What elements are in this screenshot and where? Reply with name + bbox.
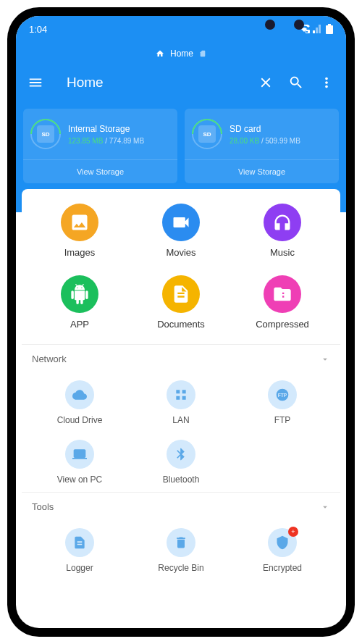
home-icon [156,49,164,58]
page-title: Home [67,75,243,91]
pc-icon [72,447,87,461]
sd-chip-icon: SD [198,125,216,143]
network-cloud-drive[interactable]: Cloud Drive [29,380,130,425]
network-label: FTP [274,415,291,425]
menu-icon[interactable] [28,75,43,91]
recycle-icon [174,535,188,550]
network-label: LAN [172,415,189,425]
storage-cards: SD Internal Storage 123.85 MB / 774.89 M… [16,100,346,183]
images-icon [70,212,90,233]
section-title: Network [32,354,67,364]
documents-icon [171,284,191,304]
storage-size: 123.85 MB / 774.89 MB [68,137,170,145]
shield-icon [275,535,290,550]
chevron-down-icon [320,354,330,364]
category-documents[interactable]: Documents [130,275,232,330]
cloud-icon [72,388,87,402]
wifi-icon [298,25,310,33]
plus-badge: + [288,527,298,537]
sd-icon [199,49,206,58]
category-label: Movies [166,247,195,258]
network-bluetooth[interactable]: Bluetooth [130,440,232,485]
logger-icon [72,535,87,550]
music-icon [272,212,292,233]
close-icon[interactable] [258,75,274,91]
status-icons [298,24,333,34]
storage-card-sd[interactable]: SD SD card 28.00 KB / 509.99 MB View Sto… [185,109,339,183]
network-label: Bluetooth [163,474,200,485]
breadcrumb-label: Home [170,49,193,59]
search-icon[interactable] [288,75,304,91]
network-ftp[interactable]: FTP FTP [232,380,333,425]
category-images[interactable]: Images [29,204,130,258]
network-lan[interactable]: LAN [130,380,232,425]
section-title: Tools [32,501,54,512]
tools-recycle-bin[interactable]: Recycle Bin [130,528,232,573]
phone-frame: 1:04 Home Home SD Internal Storage 123.8… [7,7,355,637]
category-label: APP [70,319,89,330]
bluetooth-icon [174,447,188,461]
category-grid: Images Movies Music APP Documents Compre… [22,189,340,344]
storage-ring-icon: SD [30,119,61,149]
tools-label: Encrypted [263,563,302,573]
content-panel: Images Movies Music APP Documents Compre… [22,189,340,587]
toolbar: Home [16,65,346,100]
section-tools-header[interactable]: Tools [22,492,340,521]
svg-text:FTP: FTP [278,393,287,398]
status-time: 1:04 [29,24,47,35]
compressed-icon [272,284,292,304]
tools-logger[interactable]: Logger [29,528,130,573]
storage-size: 28.00 KB / 509.99 MB [230,137,332,145]
ftp-icon: FTP [275,388,290,402]
storage-name: Internal Storage [68,124,170,134]
category-compressed[interactable]: Compressed [232,275,333,330]
tools-grid: Logger Recycle Bin + Encrypted [22,521,340,580]
view-storage-button[interactable]: View Storage [23,159,177,183]
storage-name: SD card [230,124,332,134]
movies-icon [171,212,191,233]
network-view-on-pc[interactable]: View on PC [29,440,130,485]
chevron-down-icon [320,502,330,512]
network-label: View on PC [57,474,102,485]
sd-chip-icon: SD [37,125,54,143]
category-label: Compressed [256,319,309,330]
category-movies[interactable]: Movies [130,204,232,258]
screen: 1:04 Home Home SD Internal Storage 123.8… [16,16,346,628]
breadcrumb[interactable]: Home [16,42,346,65]
tools-label: Recycle Bin [158,563,203,573]
status-bar: 1:04 [16,16,346,42]
android-icon [70,284,90,304]
network-label: Cloud Drive [57,415,103,425]
signal-icon [313,25,323,33]
storage-card-internal[interactable]: SD Internal Storage 123.85 MB / 774.89 M… [23,109,177,183]
more-icon[interactable] [319,75,334,91]
tools-encrypted[interactable]: + Encrypted [232,528,333,573]
svg-rect-2 [328,24,331,25]
lan-icon [174,388,188,402]
category-app[interactable]: APP [29,275,130,330]
view-storage-button[interactable]: View Storage [185,159,339,183]
category-label: Music [270,247,295,258]
tools-label: Logger [66,563,93,573]
svg-rect-1 [326,25,333,34]
category-label: Images [64,247,96,258]
network-grid: Cloud Drive LAN FTP FTP View on PC Bluet… [22,373,340,492]
storage-ring-icon: SD [192,119,222,149]
category-label: Documents [157,319,205,330]
battery-icon [326,24,333,34]
section-network-header[interactable]: Network [22,344,340,373]
category-music[interactable]: Music [232,204,333,258]
